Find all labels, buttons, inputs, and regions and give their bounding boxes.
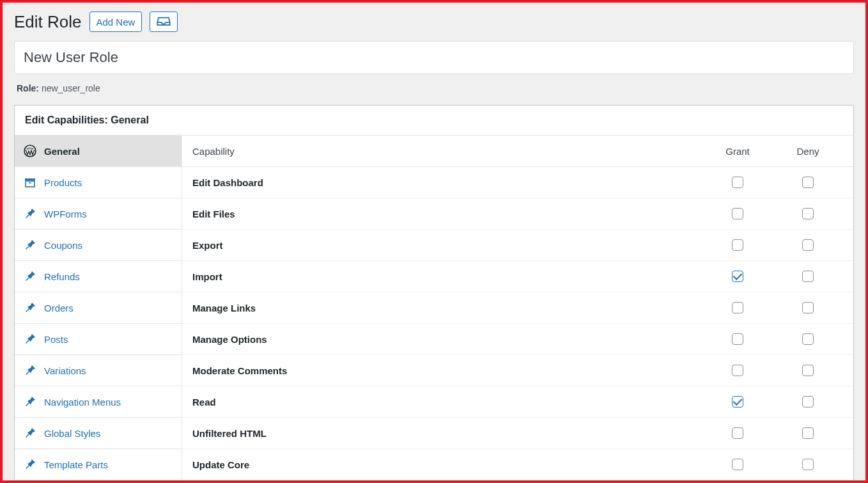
sidebar-item-refunds[interactable]: Refunds bbox=[15, 261, 182, 292]
capability-row: Import bbox=[182, 261, 853, 292]
capability-name: Edit Files bbox=[192, 209, 702, 219]
deny-cell bbox=[773, 459, 843, 470]
grant-cell bbox=[702, 208, 773, 219]
sidebar-item-variations[interactable]: Variations bbox=[15, 355, 182, 386]
pin-icon bbox=[24, 458, 36, 471]
sidebar-item-label: WPForms bbox=[44, 209, 87, 219]
sidebar-item-label: Products bbox=[44, 177, 82, 188]
deny-cell bbox=[773, 365, 843, 376]
role-slug-label: Role: bbox=[17, 83, 39, 93]
deny-checkbox[interactable] bbox=[802, 459, 814, 470]
svg-rect-3 bbox=[29, 182, 31, 184]
grant-checkbox[interactable] bbox=[732, 271, 743, 282]
grant-checkbox[interactable] bbox=[732, 365, 743, 376]
page-title: Edit Role bbox=[14, 12, 82, 32]
archive-icon bbox=[24, 176, 36, 189]
deny-checkbox[interactable] bbox=[802, 208, 814, 219]
deny-cell bbox=[773, 177, 843, 188]
sidebar-item-label: Refunds bbox=[44, 271, 80, 282]
panel-body: GeneralProductsWPFormsCouponsRefundsOrde… bbox=[15, 136, 853, 480]
capability-name: Update Core bbox=[192, 459, 702, 470]
capability-group-sidebar: GeneralProductsWPFormsCouponsRefundsOrde… bbox=[15, 136, 182, 480]
grant-checkbox[interactable] bbox=[732, 396, 743, 408]
sidebar-item-general[interactable]: General bbox=[15, 136, 182, 167]
inbox-button[interactable] bbox=[150, 12, 178, 32]
pin-icon bbox=[24, 207, 36, 220]
deny-checkbox[interactable] bbox=[802, 427, 814, 439]
sidebar-item-products[interactable]: Products bbox=[15, 167, 182, 198]
sidebar-item-posts[interactable]: Posts bbox=[15, 324, 182, 355]
pin-icon bbox=[24, 364, 36, 377]
deny-cell bbox=[773, 333, 843, 345]
pin-icon bbox=[24, 301, 36, 314]
pin-icon bbox=[24, 427, 36, 439]
deny-checkbox[interactable] bbox=[802, 333, 814, 345]
wordpress-icon bbox=[24, 145, 36, 157]
sidebar-item-label: Coupons bbox=[44, 240, 82, 251]
grant-checkbox[interactable] bbox=[732, 459, 743, 470]
grant-cell bbox=[702, 239, 773, 251]
deny-checkbox[interactable] bbox=[802, 302, 814, 313]
sidebar-item-navigation-menus[interactable]: Navigation Menus bbox=[15, 386, 182, 418]
sidebar-item-label: Global Styles bbox=[44, 428, 100, 439]
deny-cell bbox=[773, 427, 843, 439]
capability-row: Read bbox=[182, 386, 853, 418]
capability-name: Manage Options bbox=[192, 334, 702, 345]
deny-checkbox[interactable] bbox=[802, 239, 814, 251]
deny-checkbox[interactable] bbox=[802, 177, 814, 188]
grant-cell bbox=[702, 365, 773, 376]
add-new-button[interactable]: Add New bbox=[89, 12, 143, 32]
panel-heading: Edit Capabilities: General bbox=[15, 106, 853, 136]
capability-row: Edit Dashboard bbox=[182, 167, 853, 198]
inbox-icon bbox=[157, 16, 171, 28]
grant-checkbox[interactable] bbox=[732, 427, 743, 439]
page: Edit Role Add New Role: new_user_role Ed… bbox=[3, 3, 865, 480]
svg-rect-1 bbox=[25, 178, 35, 180]
capability-name: Edit Dashboard bbox=[192, 177, 702, 188]
grant-checkbox[interactable] bbox=[732, 177, 743, 188]
deny-cell bbox=[773, 271, 843, 282]
deny-cell bbox=[773, 302, 843, 313]
app-frame: Edit Role Add New Role: new_user_role Ed… bbox=[0, 0, 868, 483]
pin-icon bbox=[24, 239, 36, 251]
capability-name: Read bbox=[192, 397, 702, 408]
capability-table: Capability Grant Deny Edit DashboardEdit… bbox=[182, 136, 853, 480]
capability-row: Export bbox=[182, 230, 853, 261]
capability-table-header: Capability Grant Deny bbox=[182, 136, 853, 167]
col-deny: Deny bbox=[773, 146, 843, 157]
deny-cell bbox=[773, 396, 843, 408]
role-name-input[interactable] bbox=[14, 41, 854, 74]
capability-row: Unfiltered HTML bbox=[182, 418, 853, 449]
sidebar-item-label: General bbox=[44, 146, 80, 157]
capability-name: Unfiltered HTML bbox=[192, 428, 702, 439]
deny-checkbox[interactable] bbox=[802, 271, 814, 282]
grant-cell bbox=[702, 302, 773, 313]
capability-row: Moderate Comments bbox=[182, 355, 853, 386]
col-grant: Grant bbox=[702, 146, 773, 157]
sidebar-item-label: Posts bbox=[44, 334, 68, 345]
grant-cell bbox=[702, 177, 773, 188]
grant-cell bbox=[702, 271, 773, 282]
sidebar-item-wpforms[interactable]: WPForms bbox=[15, 198, 182, 230]
sidebar-item-global-styles[interactable]: Global Styles bbox=[15, 418, 182, 449]
capabilities-panel: Edit Capabilities: General GeneralProduc… bbox=[14, 105, 854, 481]
sidebar-item-template-parts[interactable]: Template Parts bbox=[15, 449, 182, 480]
grant-checkbox[interactable] bbox=[732, 333, 743, 345]
role-slug-value: new_user_role bbox=[42, 83, 100, 93]
capability-row: Manage Options bbox=[182, 324, 853, 355]
grant-cell bbox=[702, 459, 773, 470]
sidebar-item-label: Orders bbox=[44, 303, 74, 313]
page-header: Edit Role Add New bbox=[14, 3, 854, 41]
grant-checkbox[interactable] bbox=[732, 208, 743, 219]
deny-cell bbox=[773, 239, 843, 251]
col-capability: Capability bbox=[192, 146, 702, 157]
grant-checkbox[interactable] bbox=[732, 302, 743, 313]
grant-cell bbox=[702, 427, 773, 439]
grant-checkbox[interactable] bbox=[732, 239, 743, 251]
deny-checkbox[interactable] bbox=[802, 396, 814, 408]
deny-checkbox[interactable] bbox=[802, 365, 814, 376]
capability-row: Manage Links bbox=[182, 292, 853, 324]
sidebar-item-coupons[interactable]: Coupons bbox=[15, 230, 182, 261]
capability-name: Moderate Comments bbox=[192, 365, 702, 376]
sidebar-item-orders[interactable]: Orders bbox=[15, 292, 182, 324]
